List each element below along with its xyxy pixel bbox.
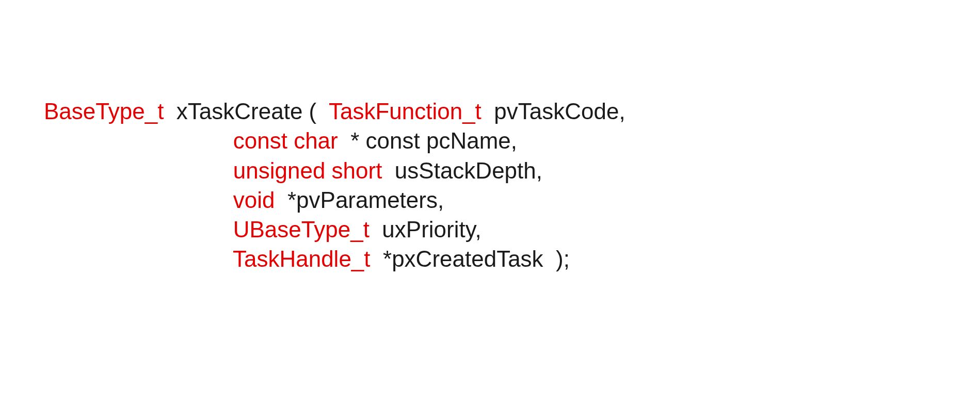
function-name: xTaskCreate — [176, 99, 303, 124]
param-ptr-1: * — [350, 128, 365, 153]
param-name-0: pvTaskCode, — [494, 99, 625, 124]
param-type-5: TaskHandle_t — [233, 246, 377, 271]
param-ptr-5: * — [383, 246, 392, 271]
param-type-4: UBaseType_t — [233, 217, 369, 242]
return-type: BaseType_t — [44, 99, 164, 124]
param-name-5: pxCreatedTask ); — [392, 246, 570, 271]
param-ptr-3: * — [287, 187, 296, 213]
param-const2-1: const — [366, 128, 426, 153]
param-type-1: const char — [233, 128, 344, 153]
param-name-4: uxPriority, — [382, 217, 481, 242]
param-type-0: TaskFunction_t — [329, 99, 481, 124]
param-name-1: pcName, — [426, 128, 517, 153]
param-type-2: unsigned short — [233, 158, 382, 183]
param-name-3: pvParameters, — [296, 187, 444, 213]
function-signature: BaseType_t xTaskCreate ( TaskFunction_t … — [44, 67, 625, 273]
param-type-3: void — [233, 187, 281, 213]
param-name-2: usStackDepth, — [395, 158, 542, 183]
